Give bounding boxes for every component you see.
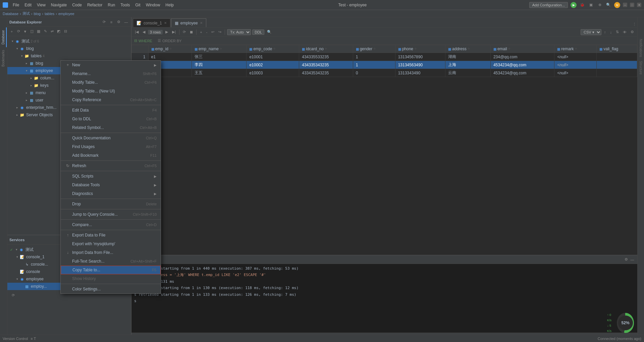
table-row[interactable]: 2 e2 李四 e10002 434335343235 1 1313456349… [132,61,637,69]
col-gender[interactable]: ▦gender ÷ [353,45,395,53]
cell-gender-1[interactable]: 1 [353,53,395,61]
nav-prev-btn[interactable]: ◀ [141,29,147,36]
menu-refactor[interactable]: Refactor [85,2,104,8]
nav-first-btn[interactable]: |◀ [133,29,140,36]
add-configuration-button[interactable]: Add Configuration... [529,2,568,8]
cell-remark-3[interactable]: <null> [554,69,597,77]
col-emp-code[interactable]: ▦emp_code ÷ [247,45,299,53]
col-emp-id[interactable]: ▦emp_id ÷ [148,45,192,53]
cell-email-3[interactable]: 4534234@qq.com [490,69,554,77]
rows-count[interactable]: 3 rows [148,30,163,35]
tree-arrow[interactable]: ▸ [24,62,29,65]
tree-arrow[interactable]: ▸ [15,106,19,109]
cell-idcard-1[interactable]: 434335533235 [299,53,353,61]
csv-export-select[interactable]: CSV ▾ [581,29,601,35]
menu-edit[interactable]: Edit [22,2,34,8]
tx-select[interactable]: Tx: Auto [227,29,251,35]
cell-vali-3[interactable] [597,69,637,77]
search-icon[interactable]: 🔍 [605,2,611,8]
console-output[interactable]: s retrieved starting from 1 in 440 ms (e… [131,264,637,333]
cell-address-1[interactable]: 湖南 [445,53,491,61]
console-settings-icon[interactable]: ⚙ [623,257,629,263]
ctx-export-mysqldump[interactable]: Export with 'mysqldump' [61,240,161,248]
nav-next-btn[interactable]: ▶ [164,29,169,36]
add-row-btn[interactable]: + [199,29,203,36]
breadcrumb-tables[interactable]: tables [45,12,54,16]
eye-btn[interactable]: 👁 [622,29,628,36]
tab-console1-close[interactable]: ✕ [164,21,167,25]
tree-arrow[interactable]: ▾ [10,40,15,43]
cell-address-2[interactable]: 上海 [445,61,491,69]
ctx-compare[interactable]: Compare... Ctrl+D [61,220,161,229]
view-icon[interactable]: ◩ [56,28,62,35]
link-icon[interactable]: ⇌ [49,28,55,35]
tree-arrow[interactable]: ▾ [19,54,24,58]
cell-emp-code-2[interactable]: e10002 [247,61,299,69]
ctx-db-tools[interactable]: Database Tools ▶ [61,181,161,189]
col-phone[interactable]: ▦phone ÷ [395,45,445,53]
tree-arrow[interactable]: ▾ [15,47,19,50]
cell-emp-name-1[interactable]: 张三 [192,53,246,61]
menu-git[interactable]: Git [133,2,142,8]
col-vali-flag[interactable]: ▦vali_flag [597,45,637,53]
minimize-button[interactable]: ─ [623,3,627,7]
menu-help[interactable]: Help [163,2,176,8]
undo-btn[interactable]: ↩ [210,29,216,36]
tree-arrow[interactable]: ▾ [14,248,19,251]
cell-remark-2[interactable]: <null> [554,61,597,69]
ctx-color-settings[interactable]: Color Settings... [61,285,161,293]
profile-icon[interactable]: ⊕ [597,2,603,8]
menu-file[interactable]: File [11,2,21,8]
data-table-container[interactable]: ▦emp_id ÷ ▦emp_name ÷ ▦emp_code ÷ ▦idcar… [131,45,637,255]
cell-idcard-2[interactable]: 434335343235 [299,61,353,69]
ctx-fulltext-search[interactable]: Full-Text Search... Ctrl+Alt+Shift+F [61,257,161,266]
delete-row-btn[interactable]: - [205,29,209,36]
close-panel-icon[interactable]: — [123,19,129,25]
col-email[interactable]: ▦email ÷ [490,45,554,53]
menu-run[interactable]: Run [106,2,117,8]
tree-item-tables[interactable]: ▾ 📁 tables 4 [7,52,131,60]
reload-icon[interactable]: ⟳ [10,292,16,298]
user-avatar[interactable]: U [614,2,620,8]
tree-item-blog[interactable]: ▾ ◉ blog [7,45,131,52]
menu-window[interactable]: Window [144,2,162,8]
structure-tab[interactable]: Structure [638,60,643,76]
ctx-copy-reference[interactable]: Copy Reference Ctrl+Alt+Shift+C [61,95,161,104]
db-filter-icon[interactable]: ⊟ [62,28,68,35]
filter-icon[interactable]: ▼ [22,28,28,35]
menu-navigate[interactable]: Navigate [49,2,69,8]
table-row[interactable]: 3 e3 王五 e10003 433435343235 0 1313343490… [132,69,637,77]
cell-emp-code-3[interactable]: e10003 [247,69,299,77]
ctx-rename[interactable]: Rename... Shift+F6 [61,69,161,78]
tree-arrow[interactable]: ▸ [24,91,29,94]
more-btn[interactable]: ⚙ [629,29,635,36]
ctx-edit-data[interactable]: Edit Data F4 [61,106,161,115]
tree-arrow[interactable]: ▾ [15,255,19,259]
cell-email-2[interactable]: 4534234@qq.com [490,61,554,69]
notifications-tab[interactable]: Notifications [638,38,643,58]
refresh-schema-icon[interactable]: ⟳ [101,19,107,25]
ctx-add-bookmark[interactable]: Add Bookmark F11 [61,151,161,160]
tree-arrow[interactable]: ▸ [24,98,29,102]
col-remark[interactable]: ▦remark ÷ [554,45,597,53]
cell-email-1[interactable]: 234@qq.com [490,53,554,61]
breadcrumb-table[interactable]: employee [58,12,74,16]
vtab-database[interactable]: Database [0,27,7,47]
cell-phone-1[interactable]: 13134567890 [395,53,445,61]
col-idcard-no[interactable]: ▦idcard_no ÷ [299,45,353,53]
redo-btn[interactable]: ↪ [217,29,223,36]
ctx-related-symbol[interactable]: Related Symbol... Ctrl+Alt+B [61,123,161,132]
coverage-icon[interactable]: ▣ [588,2,594,8]
ctx-modify-table-new-ui[interactable]: Modify Table... (New UI) [61,87,161,95]
cell-phone-2[interactable]: 13134563490 [395,61,445,69]
tabs-more-icon[interactable]: ⋮ [631,21,637,27]
run-button[interactable]: ▶ [571,2,577,8]
export-btn[interactable]: ↑ [603,29,607,36]
sync-btn[interactable]: ⇅ [614,29,620,36]
tree-arrow[interactable]: ▸ [15,113,19,117]
cell-address-3[interactable]: 云南 [445,69,491,77]
ctx-export-file[interactable]: ↑ Export Data to File [61,231,161,240]
ctx-sql-scripts[interactable]: SQL Scripts ▶ [61,172,161,181]
table-view-icon[interactable]: ▦ [36,28,42,35]
debug-icon[interactable]: 🐞 [579,2,585,8]
